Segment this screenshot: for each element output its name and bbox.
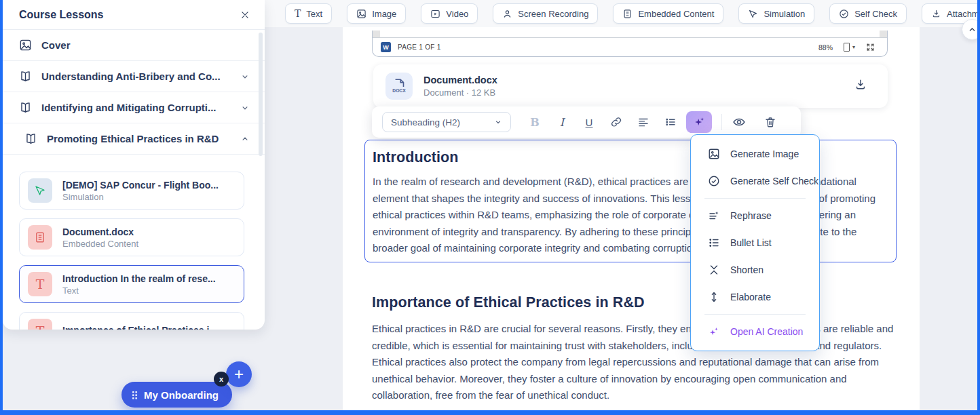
drag-handle-icon[interactable]: [132, 391, 138, 399]
sidebar-item-identifying-corruption[interactable]: Identifying and Mitigating Corrupti...: [3, 92, 265, 123]
sidebar-item-understanding-anti-bribery[interactable]: Understanding Anti-Bribery and Co...: [3, 61, 265, 92]
content-card-introduction-text[interactable]: T Introduction In the realm of rese... T…: [19, 265, 244, 303]
image-icon: [19, 39, 32, 52]
close-icon[interactable]: [240, 10, 250, 20]
video-icon: [430, 9, 440, 19]
toolbar-divider: [721, 114, 722, 130]
menu-item-generate-self-check[interactable]: Generate Self Check: [691, 167, 819, 195]
link-icon: [610, 116, 622, 128]
image-icon: [356, 9, 366, 19]
menu-item-generate-image[interactable]: Generate Image: [691, 140, 819, 167]
menu-item-bullet-list[interactable]: Bullet List: [691, 229, 819, 256]
chevron-down-icon: [494, 118, 502, 126]
sidebar-item-promoting-ethical-practices[interactable]: Promoting Ethical Practices in R&D: [3, 123, 265, 155]
text-icon: T: [28, 272, 52, 296]
panel-title: Course Lessons: [19, 9, 103, 21]
simulation-cursor-icon: [28, 178, 52, 203]
screen-share-border-left: [0, 0, 3, 415]
book-icon: [24, 132, 37, 145]
check-circle-icon: [708, 175, 720, 187]
sparkles-icon: [708, 325, 720, 338]
preview-button[interactable]: [730, 115, 748, 129]
insert-toolbar: T Text Image Video Screen Recording Embe…: [285, 3, 980, 24]
viewer-status-bar: W PAGE 1 OF 1 88% ▾: [373, 37, 887, 56]
lesson-content-list: [DEMO] SAP Concur - Flight Boo... Simula…: [19, 172, 244, 330]
attachment-meta: Document · 12 KB: [423, 87, 497, 98]
paragraph-style-select[interactable]: Subheading (H2): [382, 112, 511, 132]
bullet-list-icon: [664, 116, 677, 128]
viewer-scroll-corner-left: [373, 31, 380, 37]
add-fab-button[interactable]: +: [226, 361, 252, 387]
chevron-up-icon: [240, 134, 250, 144]
word-logo-icon: W: [381, 42, 391, 52]
viewer-zoom-level[interactable]: 88%: [818, 43, 833, 52]
screen-share-border-right: [977, 0, 980, 415]
rephrase-icon: [708, 210, 720, 222]
menu-item-open-ai-creation[interactable]: Open AI Creation: [691, 318, 819, 345]
elaborate-icon: [708, 291, 720, 303]
align-button[interactable]: [635, 116, 652, 128]
bullet-list-button[interactable]: [662, 116, 679, 128]
menu-item-elaborate[interactable]: Elaborate: [691, 283, 819, 311]
underline-button[interactable]: U: [580, 117, 598, 128]
text-format-toolbar: Subheading (H2) B I U: [372, 106, 801, 138]
check-circle-icon: [839, 9, 849, 19]
chevron-up-icon: [967, 24, 977, 35]
toolbar-button-screen-recording[interactable]: Screen Recording: [493, 3, 598, 24]
align-left-icon: [637, 116, 649, 128]
chevron-down-icon: [240, 103, 250, 113]
shorten-icon: [708, 264, 720, 276]
menu-divider: [704, 198, 806, 199]
caret-down-icon: ▾: [852, 44, 855, 50]
download-icon: [931, 9, 941, 19]
book-icon: [19, 101, 32, 114]
toolbar-button-embedded-content[interactable]: Embedded Content: [613, 3, 723, 24]
my-onboarding-button[interactable]: My Onboarding: [121, 382, 232, 408]
document-icon: [28, 225, 52, 250]
menu-divider: [704, 314, 806, 315]
ai-assist-menu: Generate Image Generate Self Check Rephr…: [690, 134, 820, 351]
chevron-down-icon: [240, 72, 250, 81]
attachment-card[interactable]: DOCX Document.docx Document · 12 KB: [373, 64, 888, 108]
trash-icon: [764, 116, 776, 128]
delete-button[interactable]: [761, 116, 779, 128]
content-card-embedded-document[interactable]: Document.docx Embedded Content: [19, 218, 244, 256]
svg-text:DOCX: DOCX: [392, 88, 406, 93]
screen-share-border-bottom: [0, 410, 980, 415]
text-icon: T: [295, 8, 301, 19]
cursor-icon: [748, 9, 758, 19]
link-button[interactable]: [607, 116, 625, 128]
embedded-doc-viewer: W PAGE 1 OF 1 88% ▾: [372, 31, 888, 57]
viewer-page-label: PAGE 1 OF 1: [398, 43, 441, 51]
download-icon: [854, 78, 867, 92]
content-card-importance-text[interactable]: T Importance of Ethical Practices i...: [19, 312, 244, 330]
viewer-scroll-corner-right[interactable]: [880, 31, 887, 37]
dismiss-onboarding-button[interactable]: x: [214, 372, 229, 387]
ai-assist-button[interactable]: [686, 111, 712, 133]
docx-file-icon: DOCX: [385, 73, 413, 100]
sparkle-icon: [692, 115, 706, 129]
book-icon: [19, 70, 32, 83]
image-icon: [708, 148, 720, 160]
eye-icon: [732, 115, 746, 129]
viewer-page-view-selector[interactable]: ▾: [844, 43, 855, 52]
italic-button[interactable]: I: [553, 116, 571, 129]
menu-item-rephrase[interactable]: Rephrase: [691, 202, 819, 229]
toolbar-button-video[interactable]: Video: [421, 3, 478, 24]
toolbar-button-image[interactable]: Image: [347, 3, 406, 24]
attachment-download-button[interactable]: [854, 78, 867, 94]
fullscreen-icon[interactable]: [866, 43, 875, 52]
person-icon: [502, 9, 512, 19]
toolbar-button-text[interactable]: T Text: [285, 3, 332, 24]
content-card-simulation[interactable]: [DEMO] SAP Concur - Flight Boo... Simula…: [19, 172, 244, 210]
toolbar-button-self-check[interactable]: Self Check: [829, 3, 907, 24]
importance-heading: Importance of Ethical Practices in R&D: [372, 294, 645, 311]
toolbar-button-simulation[interactable]: Simulation: [738, 3, 814, 24]
text-icon: T: [28, 319, 52, 330]
menu-item-shorten[interactable]: Shorten: [691, 256, 819, 283]
bullet-list-icon: [708, 237, 720, 249]
sidebar-scrollbar[interactable]: [259, 33, 263, 156]
sidebar-item-cover[interactable]: Cover: [3, 30, 265, 61]
bold-button[interactable]: B: [526, 116, 544, 129]
importance-paragraph: Ethical practices in R&D are crucial for…: [372, 321, 900, 404]
